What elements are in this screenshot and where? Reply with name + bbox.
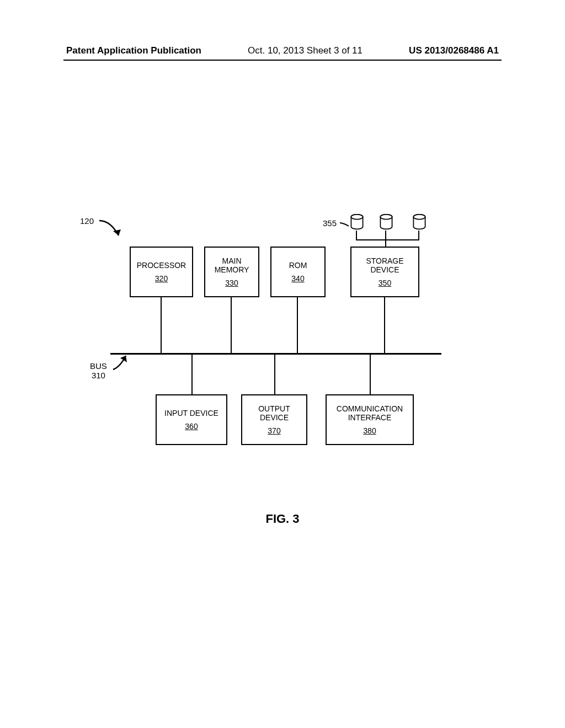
- box-comm-ref: 380: [363, 426, 376, 435]
- box-storage-line1: STORAGE: [366, 256, 403, 265]
- svg-point-4: [380, 215, 392, 220]
- bus-label-num: 310: [90, 371, 107, 380]
- box-output-ref: 370: [268, 426, 280, 435]
- box-memory-ref: 330: [225, 279, 238, 287]
- conn-storage-bus: [384, 297, 385, 353]
- box-storage-line2: DEVICE: [370, 265, 399, 274]
- box-comm-line2: INTERFACE: [348, 413, 392, 422]
- header-sheet-info: Oct. 10, 2013 Sheet 3 of 11: [248, 45, 363, 56]
- conn-bus-input: [191, 354, 193, 394]
- header-publication: Patent Application Publication: [66, 45, 201, 56]
- box-output-line2: DEVICE: [260, 413, 289, 422]
- header-divider: [63, 60, 502, 61]
- bus-label-text: BUS: [90, 361, 107, 371]
- conn-memory-bus: [231, 297, 232, 353]
- ref-120: 120: [80, 216, 94, 226]
- arrow-120-icon: [97, 216, 130, 244]
- box-rom-label: ROM: [289, 261, 307, 270]
- box-rom: ROM 340: [270, 247, 326, 297]
- box-memory-line2: MEMORY: [215, 265, 249, 274]
- svg-marker-0: [113, 229, 121, 235]
- conn-processor-bus: [161, 297, 162, 353]
- box-comm: COMMUNICATION INTERFACE 380: [326, 394, 414, 445]
- arrow-bus-icon: [110, 350, 138, 372]
- conn-bus-output: [274, 354, 275, 394]
- diagram-fig3: 120 355 PROCESSOR 320: [0, 210, 565, 513]
- page-header: Patent Application Publication Oct. 10, …: [0, 45, 565, 56]
- figure-caption: FIG. 3: [0, 512, 565, 526]
- box-storage: STORAGE DEVICE 350: [350, 247, 419, 297]
- cyl2-stem: [385, 231, 386, 247]
- box-processor-ref: 320: [155, 274, 168, 283]
- box-output-line1: OUTPUT: [258, 404, 290, 413]
- box-storage-ref: 350: [379, 279, 391, 287]
- conn-rom-bus: [297, 297, 298, 353]
- box-rom-ref: 340: [291, 274, 304, 283]
- box-input: INPUT DEVICE 360: [156, 394, 227, 445]
- bus-line: [110, 353, 441, 355]
- svg-marker-7: [120, 356, 127, 362]
- box-processor: PROCESSOR 320: [130, 247, 193, 297]
- conn-bus-comm: [370, 354, 371, 394]
- box-output: OUTPUT DEVICE 370: [241, 394, 307, 445]
- header-patent-number: US 2013/0268486 A1: [409, 45, 499, 56]
- box-input-ref: 360: [185, 422, 198, 431]
- cyl-merge-bar: [356, 239, 419, 240]
- bus-label: BUS 310: [90, 361, 107, 380]
- svg-point-2: [351, 215, 363, 220]
- box-memory-line1: MAIN: [222, 256, 242, 265]
- cylinder-icon-1: [349, 214, 365, 231]
- svg-point-6: [413, 215, 425, 220]
- box-comm-line1: COMMUNICATION: [337, 404, 403, 413]
- box-processor-label: PROCESSOR: [137, 261, 186, 270]
- box-input-label: INPUT DEVICE: [164, 409, 218, 417]
- ref-355: 355: [323, 218, 337, 228]
- cylinder-icon-3: [411, 214, 428, 231]
- box-memory: MAIN MEMORY 330: [204, 247, 259, 297]
- cylinder-icon-2: [378, 214, 395, 231]
